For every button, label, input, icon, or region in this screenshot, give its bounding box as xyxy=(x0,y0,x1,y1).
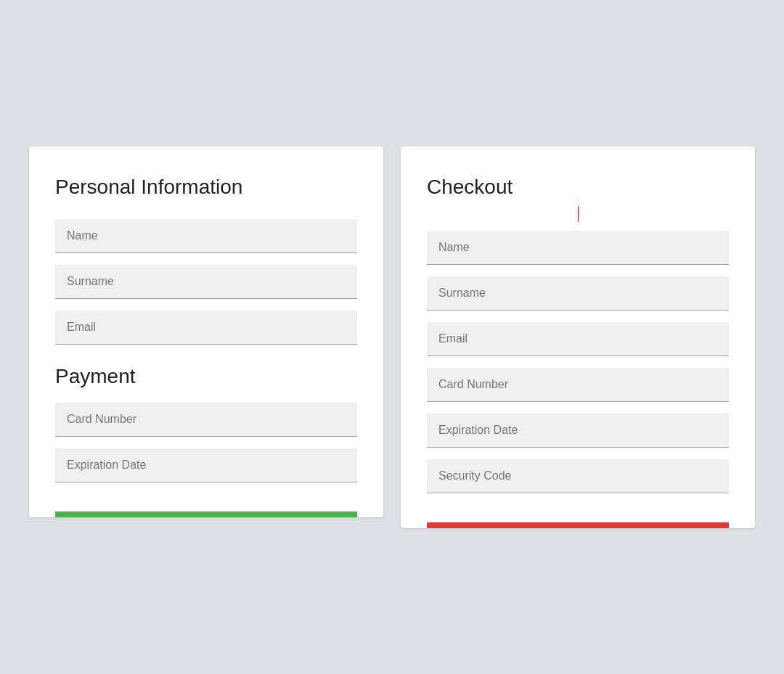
form-group-left-email xyxy=(55,311,357,345)
cursor-indicator xyxy=(578,206,579,222)
form-group-left-card-number xyxy=(55,403,357,437)
right-email-input[interactable] xyxy=(427,322,729,356)
left-surname-input[interactable] xyxy=(55,265,357,299)
form-group-right-security xyxy=(427,459,729,493)
form-group-left-surname xyxy=(55,265,357,299)
left-card-number-input[interactable] xyxy=(55,403,357,437)
page-wrapper: Personal Information Payment Checkout xyxy=(0,118,784,557)
right-surname-input[interactable] xyxy=(427,276,729,311)
form-group-left-expiration xyxy=(55,448,357,482)
form-group-left-name xyxy=(55,219,357,253)
right-security-input[interactable] xyxy=(427,459,729,493)
form-group-right-expiration xyxy=(427,414,729,448)
personal-information-title: Personal Information xyxy=(55,176,357,199)
form-group-right-name xyxy=(427,231,729,265)
left-name-input[interactable] xyxy=(55,219,357,253)
form-group-right-email xyxy=(427,322,729,356)
right-name-input[interactable] xyxy=(427,231,729,265)
personal-information-card: Personal Information Payment xyxy=(29,147,383,517)
form-group-right-surname xyxy=(427,276,729,311)
payment-title: Payment xyxy=(55,365,357,388)
checkout-card: Checkout xyxy=(401,147,755,528)
right-card-number-input[interactable] xyxy=(427,368,729,402)
checkout-title: Checkout xyxy=(427,176,729,199)
left-email-input[interactable] xyxy=(55,311,357,345)
section-divider: Payment xyxy=(55,365,357,388)
form-group-right-card-number xyxy=(427,368,729,402)
right-expiration-input[interactable] xyxy=(427,414,729,448)
left-expiration-input[interactable] xyxy=(55,448,357,482)
left-card-footer xyxy=(55,511,357,517)
right-card-footer xyxy=(427,522,729,528)
